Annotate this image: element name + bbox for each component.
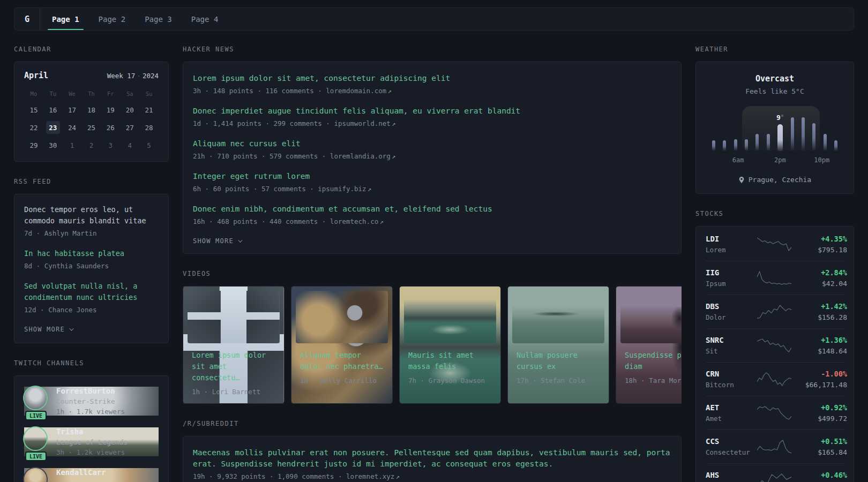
rss-item-title[interactable]: In hac habitasse platea	[24, 248, 159, 259]
stock-row[interactable]: LDI Lorem +4.35% $795.18	[706, 228, 844, 261]
video-card[interactable]: Suspendisse potenti diam 18h · Tara Morr…	[616, 286, 682, 404]
chevron-down-icon	[69, 326, 73, 330]
video-card[interactable]: Nullam posuere cursus ex 17h · Stefan Co…	[507, 286, 609, 404]
stock-price: $42.04	[791, 280, 847, 288]
twitch-channel-row[interactable]: LIVE KendallCarr	[24, 468, 159, 482]
video-meta: 7h · Grayson Dawson	[404, 376, 496, 385]
reddit-post-title[interactable]: Maecenas mollis pulvinar erat non posuer…	[193, 447, 671, 470]
hn-meta-text: 6h · 60 points · 57 comments · ipsumify.…	[193, 185, 366, 193]
twitch-channel-row[interactable]: LIVE Trisha League of Legends 3h · 1.2k …	[24, 427, 159, 456]
dot-separator: ·	[137, 72, 141, 80]
rss-item-meta: 7d · Ashlyn Martin	[24, 229, 159, 237]
show-more-label: SHOW MORE	[193, 237, 234, 245]
tab-page-3[interactable]: Page 3	[145, 8, 172, 30]
calendar-day: 5	[142, 139, 156, 152]
page-tabs: Page 1 Page 2 Page 3 Page 4	[52, 8, 218, 30]
stock-sparkline	[757, 270, 791, 285]
channel-name: Trisha	[56, 427, 128, 436]
video-card[interactable]: Lorem ipsum dolor sit amet consectetu… 1…	[183, 286, 285, 404]
subreddit-widget: /R/SUBREDDIT Maecenas mollis pulvinar er…	[183, 420, 682, 482]
hn-item-title[interactable]: Aliquam nec cursus elit	[193, 138, 671, 149]
app-logo[interactable]: G	[14, 8, 40, 30]
rss-item-title[interactable]: Donec tempor eros leo, ut commodo mauris…	[24, 204, 159, 227]
stock-row[interactable]: AHS +0.46%	[706, 463, 844, 482]
time-axis-labels: 6am2pm10pm	[712, 156, 837, 165]
calendar-card: April Week 17·2024 MoTuWeThFrSaSu 151617…	[14, 62, 169, 162]
rss-item: Sed volutpat nulla nisl, a condimentum n…	[24, 281, 159, 314]
videos-section-title: VIDEOS	[183, 270, 682, 277]
tab-page-1[interactable]: Page 1	[52, 8, 79, 30]
stock-change: +4.35%	[791, 235, 847, 243]
stock-values: +2.84% $42.04	[791, 268, 847, 288]
time-axis-label: 10pm	[814, 156, 829, 164]
rss-widget: RSS FEED Donec tempor eros leo, ut commo…	[14, 178, 169, 343]
calendar-day: 25	[84, 121, 98, 134]
hn-item-title[interactable]: Lorem ipsum dolor sit amet, consectetur …	[193, 73, 671, 84]
weather-card: Overcast Feels like 5°C 9° 6am2pm10pm Pr…	[695, 62, 854, 194]
stock-row[interactable]: AET Amet +0.92% $499.72	[706, 396, 844, 430]
stocks-section-title: STOCKS	[695, 210, 854, 217]
video-card[interactable]: Aliquam tempor dolor nec pharetra… 1h · …	[291, 286, 393, 404]
calendar-week-year: Week 17·2024	[107, 72, 159, 80]
video-title: Nullam posuere cursus ex	[512, 350, 604, 372]
twitch-channel-row[interactable]: LIVE ForrestBurton Counter-Strike 1h · 1…	[24, 387, 159, 416]
avatar	[24, 468, 47, 482]
calendar-widget: CALENDAR April Week 17·2024 MoTuWeThFrSa…	[14, 46, 169, 162]
subreddit-section-title: /R/SUBREDDIT	[183, 420, 682, 427]
calendar-day: 29	[27, 139, 41, 152]
calendar-day: 20	[123, 103, 137, 116]
hn-item-meta: 21h · 710 points · 579 comments · loreml…	[193, 152, 671, 160]
stocks-widget: STOCKS LDI Lorem +4.35% $795.18	[695, 210, 854, 482]
tab-page-4[interactable]: Page 4	[191, 8, 219, 30]
stock-ticker: SNRC	[706, 336, 757, 344]
left-column: CALENDAR April Week 17·2024 MoTuWeThFrSa…	[14, 46, 169, 482]
calendar-day: 21	[142, 103, 156, 116]
twitch-widget: TWITCH CHANNELS LIVE ForrestBurton Count…	[14, 359, 169, 482]
tab-page-2[interactable]: Page 2	[99, 8, 126, 30]
hn-item-title[interactable]: Integer eget rutrum lorem	[193, 171, 671, 182]
stock-change: +0.46%	[791, 471, 847, 479]
rss-show-more[interactable]: SHOW MORE	[24, 326, 72, 333]
stock-name: Sit	[706, 347, 757, 355]
stock-ticker: DBS	[706, 302, 757, 311]
stock-ticker: AHS	[706, 471, 757, 479]
calendar-day: 28	[142, 121, 156, 134]
weather-bar	[802, 117, 805, 151]
stock-row[interactable]: DBS Dolor +1.42% $156.28	[706, 295, 844, 328]
chevron-down-icon	[238, 238, 242, 242]
hacker-news-card: Lorem ipsum dolor sit amet, consectetur …	[183, 62, 682, 254]
stock-change: +2.84%	[791, 268, 847, 277]
stock-sparkline	[757, 304, 791, 319]
stock-row[interactable]: CRN Bitcorn -1.00% $66,171.48	[706, 362, 844, 396]
weather-bar	[745, 139, 748, 151]
stock-sparkline	[757, 237, 791, 252]
live-badge: LIVE	[25, 451, 47, 461]
rss-item-title[interactable]: Sed volutpat nulla nisl, a condimentum n…	[24, 281, 159, 303]
calendar-day: 17	[65, 103, 79, 116]
stock-values: +1.42% $156.28	[791, 302, 847, 321]
calendar-weekday: Mo	[31, 89, 38, 99]
hn-item-title[interactable]: Donec imperdiet augue tincidunt felis al…	[193, 106, 671, 117]
video-meta: 18h · Tara Morris	[620, 376, 682, 385]
stock-row[interactable]: IIG Ipsum +2.84% $42.04	[706, 261, 844, 295]
avatar-wrap: LIVE	[24, 387, 48, 416]
stock-values: +0.46%	[791, 471, 847, 482]
time-axis-label: 6am	[732, 156, 744, 164]
stock-row[interactable]: CCS Consectetur +0.51% $165.84	[706, 430, 844, 463]
hn-show-more[interactable]: SHOW MORE	[193, 237, 241, 245]
weather-bar	[824, 134, 827, 151]
stock-row[interactable]: SNRC Sit +1.36% $148.64	[706, 328, 844, 362]
avatar-wrap: LIVE	[24, 468, 48, 482]
calendar-day: 19	[103, 103, 117, 116]
hn-item-title[interactable]: Donec enim nibh, condimentum et accumsan…	[193, 204, 671, 215]
calendar-weekday: Sa	[126, 89, 133, 99]
calendar-day: 18	[84, 103, 98, 116]
stock-change: -1.00%	[791, 370, 847, 378]
channel-info: KendallCarr	[56, 468, 106, 482]
video-thumbnail	[188, 291, 280, 343]
weather-feels-like: Feels like 5°C	[706, 87, 844, 95]
calendar-weekday: Fr	[107, 89, 114, 99]
external-link-icon: ↗	[392, 119, 396, 127]
video-card[interactable]: Mauris sit amet massa felis 7h · Grayson…	[399, 286, 501, 404]
external-link-icon: ↗	[392, 152, 396, 160]
